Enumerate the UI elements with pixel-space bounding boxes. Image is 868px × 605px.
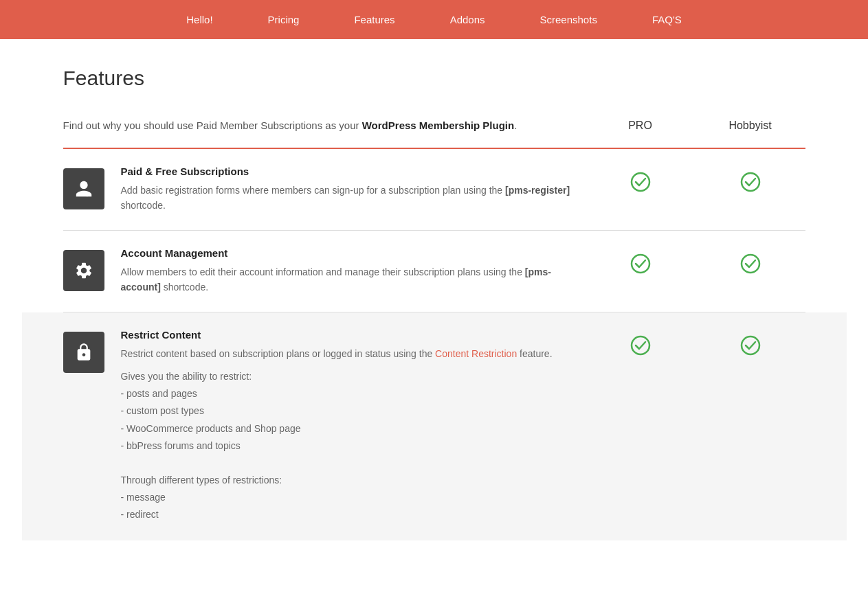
feature-desc-account: Allow members to edit their account info…: [121, 264, 586, 295]
check-pro-paid-subs: [586, 165, 695, 214]
desc-restrict-part2: feature.: [517, 348, 552, 359]
main-nav: Hello! Pricing Features Addons Screensho…: [0, 0, 868, 39]
feature-icon-restrict: [63, 332, 104, 373]
nav-faqs[interactable]: FAQ'S: [652, 14, 682, 25]
desc-part1: Add basic registration forms where membe…: [121, 185, 506, 196]
main-container: Features Find out why you should use Pai…: [22, 39, 847, 568]
check-icon-hobbyist-account: [739, 253, 761, 275]
feature-content-account: Account Management Allow members to edit…: [121, 247, 586, 295]
desc-account-part2: shortcode.: [161, 282, 208, 293]
intro-end: .: [514, 119, 517, 131]
check-hobbyist-account: [695, 247, 805, 295]
page-title: Features: [63, 67, 805, 90]
feature-row-paid-subs: $ Paid & Free Subscriptions Add basic re…: [63, 149, 805, 231]
feature-desc-restrict: Restrict content based on subscription p…: [121, 346, 586, 361]
check-pro-account: [586, 247, 695, 295]
gear-icon: [74, 261, 93, 280]
feature-icon-paid-subs: $: [63, 168, 104, 209]
feature-title-paid-subs: Paid & Free Subscriptions: [121, 165, 586, 177]
nav-addons[interactable]: Addons: [450, 14, 485, 25]
feature-content-restrict: Restrict Content Restrict content based …: [121, 329, 586, 524]
check-icon-hobbyist-restrict: [739, 334, 761, 356]
nav-screenshots[interactable]: Screenshots: [540, 14, 597, 25]
svg-point-5: [632, 336, 649, 354]
desc-part2: shortcode.: [121, 200, 166, 211]
feature-title-account: Account Management: [121, 247, 586, 259]
svg-text:$: $: [85, 191, 89, 198]
nav-pricing[interactable]: Pricing: [268, 14, 300, 25]
user-dollar-icon: $: [74, 179, 93, 198]
shortcode-register: [pms-register]: [505, 185, 570, 196]
svg-point-4: [742, 255, 759, 273]
nav-hello[interactable]: Hello!: [186, 14, 212, 25]
feature-row-account: Account Management Allow members to edit…: [63, 231, 805, 312]
feature-title-restrict: Restrict Content: [121, 329, 586, 341]
feature-row-restrict: Restrict Content Restrict content based …: [22, 312, 847, 540]
col-header-pro: PRO: [586, 119, 695, 132]
check-icon-hobbyist: [739, 171, 761, 193]
check-icon-pro: [630, 171, 652, 193]
check-hobbyist-restrict: [695, 329, 805, 524]
nav-features[interactable]: Features: [354, 14, 394, 25]
lock-icon: [74, 343, 93, 362]
features-header: Find out why you should use Paid Member …: [63, 117, 805, 149]
col-header-hobbyist: Hobbyist: [695, 119, 805, 132]
intro-bold: WordPress Membership Plugin: [362, 119, 514, 131]
desc-account-part1: Allow members to edit their account info…: [121, 266, 525, 277]
intro-text: Find out why you should use Paid Member …: [63, 117, 586, 134]
svg-point-3: [632, 255, 649, 273]
svg-point-6: [742, 336, 759, 354]
intro-text-part1: Find out why you should use Paid Member …: [63, 119, 362, 131]
svg-point-2: [742, 173, 759, 191]
desc-restrict-part1: Restrict content based on subscription p…: [121, 348, 436, 359]
content-restriction-link[interactable]: Content Restriction: [435, 348, 517, 359]
svg-point-1: [632, 173, 649, 191]
check-icon-pro-account: [630, 253, 652, 275]
feature-icon-account: [63, 250, 104, 291]
feature-desc-paid-subs: Add basic registration forms where membe…: [121, 183, 586, 214]
check-pro-restrict: [586, 329, 695, 524]
feature-content-paid-subs: Paid & Free Subscriptions Add basic regi…: [121, 165, 586, 214]
check-icon-pro-restrict: [630, 334, 652, 356]
check-hobbyist-paid-subs: [695, 165, 805, 214]
feature-list-restrict: Gives you the ability to restrict: - pos…: [121, 368, 586, 524]
